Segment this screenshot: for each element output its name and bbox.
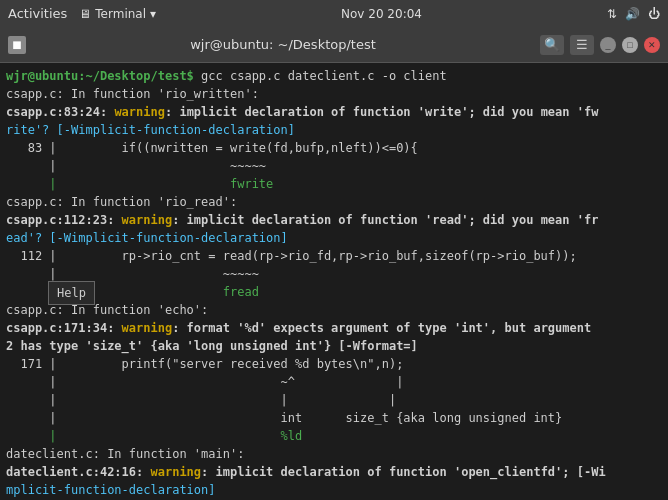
term-line-10: 112 | rp->rio_cnt = read(rp->rio_fd,rp->… <box>6 247 662 265</box>
help-popup[interactable]: Help <box>48 281 95 305</box>
term-line-18: | | | <box>6 391 662 409</box>
term-line-13: csapp.c: In function 'echo': <box>6 301 662 319</box>
activities-label[interactable]: Activities <box>8 6 67 21</box>
term-line-12: | fread <box>6 283 662 301</box>
term-line-8: csapp.c:112:23: warning: implicit declar… <box>6 211 662 229</box>
term-line-2: csapp.c:83:24: warning: implicit declara… <box>6 103 662 121</box>
terminal-window: ■ wjr@ubuntu: ~/Desktop/test 🔍 ☰ _ □ ✕ w… <box>0 27 668 500</box>
term-line-22: dateclient.c:42:16: warning: implicit de… <box>6 463 662 481</box>
term-line-21: dateclient.c: In function 'main': <box>6 445 662 463</box>
term-line-23: mplicit-function-declaration] <box>6 481 662 499</box>
terminal-dropdown-icon: ▾ <box>150 7 156 21</box>
term-line-19: | int size_t {aka long unsigned int} <box>6 409 662 427</box>
help-popup-label: Help <box>57 286 86 300</box>
datetime-display: Nov 20 20:04 <box>341 7 422 21</box>
term-line-5: | ~~~~~ <box>6 157 662 175</box>
term-line-9: ead'? [-Wimplicit-function-declaration] <box>6 229 662 247</box>
term-line-16: 171 | printf("server received %d bytes\n… <box>6 355 662 373</box>
close-button[interactable]: ✕ <box>644 37 660 53</box>
power-icon: ⏻ <box>648 7 660 21</box>
term-line-15: 2 has type 'size_t' {aka 'long unsigned … <box>6 337 662 355</box>
volume-icon: 🔊 <box>625 7 640 21</box>
term-line-17: | ~^ | <box>6 373 662 391</box>
system-tray: ⇅ 🔊 ⏻ <box>607 7 660 21</box>
title-bar: ■ wjr@ubuntu: ~/Desktop/test 🔍 ☰ _ □ ✕ <box>0 27 668 63</box>
minimize-button[interactable]: _ <box>600 37 616 53</box>
terminal-icon: 🖥 <box>79 7 91 21</box>
menu-button[interactable]: ☰ <box>570 35 594 55</box>
network-icon: ⇅ <box>607 7 617 21</box>
terminal-label: Terminal <box>95 7 146 21</box>
term-line-11: | ~~~~~ <box>6 265 662 283</box>
term-line-1: csapp.c: In function 'rio_written': <box>6 85 662 103</box>
term-line-14: csapp.c:171:34: warning: format '%d' exp… <box>6 319 662 337</box>
system-bar: Activities 🖥 Terminal ▾ Nov 20 20:04 ⇅ 🔊… <box>0 0 668 27</box>
term-line-0: wjr@ubuntu:~/Desktop/test$ gcc csapp.c d… <box>6 67 662 85</box>
term-line-4: 83 | if((nwritten = write(fd,bufp,nleft)… <box>6 139 662 157</box>
terminal-indicator[interactable]: 🖥 Terminal ▾ <box>79 7 156 21</box>
term-line-20: | %ld <box>6 427 662 445</box>
title-bar-left: ■ <box>8 36 26 54</box>
terminal-window-icon: ■ <box>8 36 26 54</box>
maximize-button[interactable]: □ <box>622 37 638 53</box>
terminal-body[interactable]: wjr@ubuntu:~/Desktop/test$ gcc csapp.c d… <box>0 63 668 500</box>
title-bar-actions: 🔍 ☰ _ □ ✕ <box>540 35 660 55</box>
system-bar-left: Activities 🖥 Terminal ▾ <box>8 6 156 21</box>
search-button[interactable]: 🔍 <box>540 35 564 55</box>
term-line-7: csapp.c: In function 'rio_read': <box>6 193 662 211</box>
term-line-6: | fwrite <box>6 175 662 193</box>
title-bar-title: wjr@ubuntu: ~/Desktop/test <box>190 37 376 52</box>
term-line-3: rite'? [-Wimplicit-function-declaration] <box>6 121 662 139</box>
